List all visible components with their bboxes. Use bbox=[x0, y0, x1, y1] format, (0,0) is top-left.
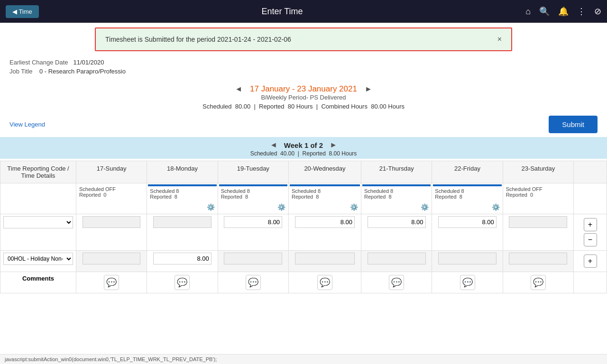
input-fri-field-1[interactable] bbox=[438, 216, 497, 228]
scheduled-label: Scheduled bbox=[202, 103, 231, 110]
input-mon-1[interactable] bbox=[147, 214, 218, 251]
notification-close-button[interactable]: × bbox=[497, 35, 502, 44]
comment-icon-wed[interactable]: 💬 bbox=[317, 275, 332, 290]
input-thu-1[interactable] bbox=[361, 214, 432, 251]
info-section: Earliest Change Date 11/01/2020 Job Titl… bbox=[0, 56, 607, 80]
sched-cell-fri: Scheduled 8 Reported 8 ⚙️ bbox=[432, 183, 503, 214]
input-thu-field-1[interactable] bbox=[368, 216, 426, 228]
input-sat-field-2 bbox=[509, 253, 567, 264]
next-week-button[interactable]: ► bbox=[330, 141, 337, 149]
col-header-actions bbox=[574, 161, 607, 183]
gear-icon-tue[interactable]: ⚙️ bbox=[277, 203, 285, 211]
sched-display-mon: Scheduled 8 Reported 8 ⚙️ bbox=[148, 184, 216, 213]
input-thu-2[interactable] bbox=[361, 251, 432, 272]
input-sun-field-2 bbox=[83, 253, 141, 264]
input-sat-1[interactable] bbox=[503, 214, 573, 251]
input-sun-1[interactable] bbox=[76, 214, 147, 251]
time-code-dropdown-1[interactable] bbox=[3, 216, 73, 228]
sched-display-sun: Scheduled OFF Reported 0 bbox=[77, 184, 146, 213]
input-tue-2[interactable] bbox=[218, 251, 288, 272]
comment-wed[interactable]: 💬 bbox=[288, 272, 361, 293]
input-tue-1[interactable] bbox=[218, 214, 288, 251]
bell-icon[interactable]: 🔔 bbox=[558, 6, 569, 17]
input-fri-1[interactable] bbox=[432, 214, 503, 251]
comment-sat[interactable]: 💬 bbox=[503, 272, 573, 293]
job-title-row: Job Title 0 - Research Parapro/Professio bbox=[9, 68, 598, 75]
input-wed-1[interactable] bbox=[288, 214, 361, 251]
home-icon[interactable]: ⌂ bbox=[525, 7, 531, 17]
prev-date-button[interactable]: ◄ bbox=[235, 85, 242, 93]
comment-sun[interactable]: 💬 bbox=[76, 272, 147, 293]
comment-icon-thu[interactable]: 💬 bbox=[389, 275, 404, 290]
comment-thu[interactable]: 💬 bbox=[361, 272, 432, 293]
week-reported-label: Reported bbox=[303, 150, 326, 157]
week-scheduled-label: Scheduled bbox=[250, 150, 277, 157]
week-header: ◄ Week 1 of 2 ► Scheduled 40.00 | Report… bbox=[0, 137, 607, 159]
earliest-change-label: Earliest Change Date bbox=[9, 59, 68, 66]
gear-icon-wed[interactable]: ⚙️ bbox=[350, 203, 358, 211]
comment-mon[interactable]: 💬 bbox=[147, 272, 218, 293]
prev-week-button[interactable]: ◄ bbox=[270, 141, 277, 149]
notification-banner: Timesheet is Submitted for the period 20… bbox=[95, 27, 512, 51]
reported-label-sat: Reported 0 bbox=[506, 192, 570, 198]
earliest-change-row: Earliest Change Date 11/01/2020 bbox=[9, 59, 598, 66]
comment-icon-sun[interactable]: 💬 bbox=[104, 275, 119, 290]
hours-info: Scheduled 80.00 | Reported 80 Hours | Co… bbox=[0, 103, 607, 110]
back-button[interactable]: ◀ Time bbox=[6, 5, 39, 18]
dropdown-cell-2[interactable]: 00HOL - Holiday Non-Exempt bbox=[0, 251, 76, 272]
input-sat-2[interactable] bbox=[503, 251, 573, 272]
reported-label: Reported bbox=[259, 103, 284, 110]
time-code-dropdown-2[interactable]: 00HOL - Holiday Non-Exempt bbox=[3, 253, 73, 265]
sched-display-fri: Scheduled 8 Reported 8 ⚙️ bbox=[433, 184, 501, 213]
comment-icon-sat[interactable]: 💬 bbox=[531, 275, 546, 290]
sched-label-fri: Scheduled 8 bbox=[435, 188, 499, 194]
time-table: Time Reporting Code / Time Details 17-Su… bbox=[0, 161, 607, 293]
sched-code-cell bbox=[0, 183, 76, 214]
input-tue-field-2 bbox=[224, 253, 282, 264]
dropdown-cell-1[interactable] bbox=[0, 214, 76, 251]
block-icon[interactable]: ⊘ bbox=[594, 6, 601, 17]
submit-button[interactable]: Submit bbox=[549, 116, 598, 133]
input-tue-field-1[interactable] bbox=[224, 216, 282, 228]
sched-cell-sat: Scheduled OFF Reported 0 bbox=[503, 183, 573, 214]
input-sat-field-1[interactable] bbox=[509, 216, 567, 228]
input-fri-field-2 bbox=[438, 253, 497, 264]
schedule-row: Scheduled OFF Reported 0 Scheduled 8 Rep… bbox=[0, 183, 607, 214]
remove-row-button[interactable]: − bbox=[584, 233, 597, 246]
input-wed-2[interactable] bbox=[288, 251, 361, 272]
input-fri-2[interactable] bbox=[432, 251, 503, 272]
view-legend-link[interactable]: View Legend bbox=[9, 121, 45, 128]
job-title-label: Job Title bbox=[9, 68, 32, 75]
sched-cell-sun: Scheduled OFF Reported 0 bbox=[76, 183, 147, 214]
add-row2-button[interactable]: + bbox=[584, 255, 597, 268]
input-sun-2[interactable] bbox=[76, 251, 147, 272]
comment-icon-tue[interactable]: 💬 bbox=[246, 275, 261, 290]
gear-icon-mon[interactable]: ⚙️ bbox=[207, 203, 215, 211]
next-date-button[interactable]: ► bbox=[365, 85, 372, 93]
add-row-button[interactable]: + bbox=[584, 218, 597, 231]
col-header-code: Time Reporting Code / Time Details bbox=[0, 161, 76, 183]
more-icon[interactable]: ⋮ bbox=[577, 6, 586, 17]
input-wed-field-1[interactable] bbox=[295, 216, 355, 228]
page-title: Enter Time bbox=[43, 7, 522, 17]
col-header-thu: 21-Thursday bbox=[361, 161, 432, 183]
search-icon[interactable]: 🔍 bbox=[539, 6, 550, 17]
comment-icon-mon[interactable]: 💬 bbox=[175, 275, 190, 290]
sched-label-thu: Scheduled 8 bbox=[364, 188, 429, 194]
input-mon-field-2[interactable] bbox=[153, 253, 212, 264]
comment-fri[interactable]: 💬 bbox=[432, 272, 503, 293]
col-header-wed: 20-Wednesday bbox=[288, 161, 361, 183]
comment-tue[interactable]: 💬 bbox=[218, 272, 288, 293]
sched-label-wed: Scheduled 8 bbox=[292, 188, 358, 194]
input-sun-field-1[interactable] bbox=[83, 216, 141, 228]
date-range: 17 January - 23 January 2021 bbox=[250, 84, 357, 94]
sched-cell-mon: Scheduled 8 Reported 8 ⚙️ bbox=[147, 183, 218, 214]
gear-icon-thu[interactable]: ⚙️ bbox=[421, 203, 429, 211]
input-mon-2[interactable] bbox=[147, 251, 218, 272]
input-mon-field-1[interactable] bbox=[153, 216, 212, 228]
gear-icon-fri[interactable]: ⚙️ bbox=[492, 203, 500, 211]
comment-icon-fri[interactable]: 💬 bbox=[460, 275, 475, 290]
reported-label-thu: Reported 8 bbox=[364, 194, 429, 200]
col-header-sat: 23-Saturday bbox=[503, 161, 573, 183]
col-header-fri: 22-Friday bbox=[432, 161, 503, 183]
